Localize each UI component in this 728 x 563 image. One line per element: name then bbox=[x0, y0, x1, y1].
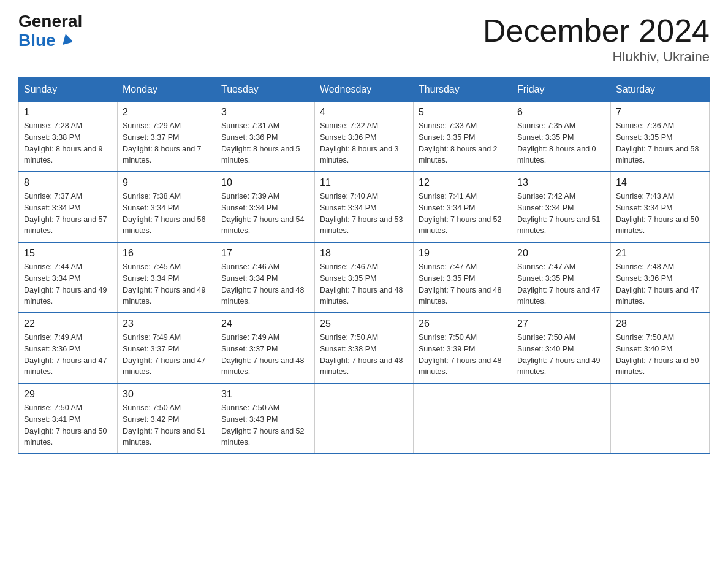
calendar-day-cell bbox=[512, 383, 611, 454]
calendar-week-row: 1 Sunrise: 7:28 AM Sunset: 3:38 PM Dayli… bbox=[19, 102, 710, 172]
day-info: Sunrise: 7:50 AM Sunset: 3:40 PM Dayligh… bbox=[616, 332, 704, 378]
sunrise-text: Sunrise: 7:32 AM bbox=[320, 121, 378, 130]
weekday-header-friday: Friday bbox=[512, 78, 611, 102]
sunset-text: Sunset: 3:35 PM bbox=[419, 133, 475, 142]
svg-marker-0 bbox=[61, 34, 72, 45]
calendar-day-cell: 22 Sunrise: 7:49 AM Sunset: 3:36 PM Dayl… bbox=[19, 313, 118, 383]
sunrise-text: Sunrise: 7:45 AM bbox=[123, 262, 181, 271]
daylight-text: Daylight: 7 hours and 49 minutes. bbox=[24, 286, 107, 306]
logo-triangle-icon bbox=[61, 34, 72, 46]
sunset-text: Sunset: 3:34 PM bbox=[221, 274, 278, 283]
daylight-text: Daylight: 7 hours and 56 minutes. bbox=[123, 215, 206, 236]
weekday-header-saturday: Saturday bbox=[611, 78, 710, 102]
day-number: 6 bbox=[517, 107, 605, 118]
sunrise-text: Sunrise: 7:50 AM bbox=[24, 404, 82, 412]
sunset-text: Sunset: 3:37 PM bbox=[123, 133, 179, 142]
day-number: 7 bbox=[616, 107, 704, 118]
day-number: 27 bbox=[517, 318, 605, 329]
sunset-text: Sunset: 3:34 PM bbox=[221, 204, 278, 212]
day-info: Sunrise: 7:33 AM Sunset: 3:35 PM Dayligh… bbox=[419, 120, 507, 166]
day-number: 14 bbox=[616, 177, 704, 188]
sunset-text: Sunset: 3:41 PM bbox=[24, 415, 80, 424]
day-number: 2 bbox=[123, 107, 211, 118]
weekday-header-wednesday: Wednesday bbox=[315, 78, 414, 102]
sunrise-text: Sunrise: 7:46 AM bbox=[221, 262, 279, 271]
daylight-text: Daylight: 7 hours and 47 minutes. bbox=[123, 356, 206, 377]
daylight-text: Daylight: 7 hours and 53 minutes. bbox=[320, 215, 403, 236]
day-number: 30 bbox=[123, 389, 211, 400]
month-year-title: December 2024 bbox=[483, 12, 710, 49]
calendar-day-cell: 18 Sunrise: 7:46 AM Sunset: 3:35 PM Dayl… bbox=[315, 242, 414, 313]
daylight-text: Daylight: 7 hours and 50 minutes. bbox=[616, 356, 699, 377]
day-info: Sunrise: 7:37 AM Sunset: 3:34 PM Dayligh… bbox=[24, 191, 112, 237]
sunrise-text: Sunrise: 7:29 AM bbox=[123, 121, 181, 130]
sunrise-text: Sunrise: 7:50 AM bbox=[123, 404, 181, 412]
calendar-day-cell: 20 Sunrise: 7:47 AM Sunset: 3:35 PM Dayl… bbox=[512, 242, 611, 313]
calendar-day-cell: 21 Sunrise: 7:48 AM Sunset: 3:36 PM Dayl… bbox=[611, 242, 710, 313]
sunrise-text: Sunrise: 7:43 AM bbox=[616, 192, 674, 201]
daylight-text: Daylight: 8 hours and 3 minutes. bbox=[320, 145, 399, 165]
sunset-text: Sunset: 3:34 PM bbox=[24, 274, 80, 283]
calendar-day-cell: 13 Sunrise: 7:42 AM Sunset: 3:34 PM Dayl… bbox=[512, 172, 611, 242]
day-info: Sunrise: 7:28 AM Sunset: 3:38 PM Dayligh… bbox=[24, 120, 112, 166]
sunrise-text: Sunrise: 7:41 AM bbox=[419, 192, 477, 201]
day-info: Sunrise: 7:50 AM Sunset: 3:40 PM Dayligh… bbox=[517, 332, 605, 378]
daylight-text: Daylight: 7 hours and 57 minutes. bbox=[24, 215, 107, 236]
location-subtitle: Hlukhiv, Ukraine bbox=[483, 49, 710, 65]
daylight-text: Daylight: 7 hours and 54 minutes. bbox=[221, 215, 305, 236]
daylight-text: Daylight: 7 hours and 48 minutes. bbox=[320, 286, 403, 306]
calendar-day-cell: 1 Sunrise: 7:28 AM Sunset: 3:38 PM Dayli… bbox=[19, 102, 118, 172]
day-number: 19 bbox=[419, 248, 507, 259]
calendar-day-cell: 23 Sunrise: 7:49 AM Sunset: 3:37 PM Dayl… bbox=[118, 313, 216, 383]
daylight-text: Daylight: 7 hours and 49 minutes. bbox=[123, 286, 206, 306]
calendar-day-cell: 28 Sunrise: 7:50 AM Sunset: 3:40 PM Dayl… bbox=[611, 313, 710, 383]
daylight-text: Daylight: 7 hours and 50 minutes. bbox=[24, 427, 107, 447]
daylight-text: Daylight: 7 hours and 48 minutes. bbox=[320, 356, 403, 377]
sunset-text: Sunset: 3:35 PM bbox=[517, 133, 574, 142]
calendar-body: 1 Sunrise: 7:28 AM Sunset: 3:38 PM Dayli… bbox=[19, 102, 710, 454]
day-number: 18 bbox=[320, 248, 408, 259]
day-info: Sunrise: 7:50 AM Sunset: 3:38 PM Dayligh… bbox=[320, 332, 408, 378]
sunrise-text: Sunrise: 7:50 AM bbox=[517, 333, 575, 342]
day-info: Sunrise: 7:40 AM Sunset: 3:34 PM Dayligh… bbox=[320, 191, 408, 237]
weekday-header-tuesday: Tuesday bbox=[216, 78, 315, 102]
day-info: Sunrise: 7:41 AM Sunset: 3:34 PM Dayligh… bbox=[419, 191, 507, 237]
sunset-text: Sunset: 3:36 PM bbox=[221, 133, 278, 142]
sunset-text: Sunset: 3:34 PM bbox=[123, 204, 179, 212]
calendar-day-cell: 6 Sunrise: 7:35 AM Sunset: 3:35 PM Dayli… bbox=[512, 102, 611, 172]
calendar-week-row: 29 Sunrise: 7:50 AM Sunset: 3:41 PM Dayl… bbox=[19, 383, 710, 454]
day-number: 21 bbox=[616, 248, 704, 259]
daylight-text: Daylight: 7 hours and 51 minutes. bbox=[123, 427, 206, 447]
calendar-week-row: 8 Sunrise: 7:37 AM Sunset: 3:34 PM Dayli… bbox=[19, 172, 710, 242]
sunset-text: Sunset: 3:36 PM bbox=[616, 274, 672, 283]
sunrise-text: Sunrise: 7:49 AM bbox=[221, 333, 279, 342]
calendar-day-cell: 8 Sunrise: 7:37 AM Sunset: 3:34 PM Dayli… bbox=[19, 172, 118, 242]
sunset-text: Sunset: 3:35 PM bbox=[419, 274, 475, 283]
day-number: 11 bbox=[320, 177, 408, 188]
day-number: 5 bbox=[419, 107, 507, 118]
day-info: Sunrise: 7:32 AM Sunset: 3:36 PM Dayligh… bbox=[320, 120, 408, 166]
day-info: Sunrise: 7:31 AM Sunset: 3:36 PM Dayligh… bbox=[221, 120, 309, 166]
weekday-header-row: SundayMondayTuesdayWednesdayThursdayFrid… bbox=[19, 78, 710, 102]
day-number: 28 bbox=[616, 318, 704, 329]
sunset-text: Sunset: 3:36 PM bbox=[24, 345, 80, 353]
calendar-day-cell bbox=[611, 383, 710, 454]
sunset-text: Sunset: 3:40 PM bbox=[517, 345, 574, 353]
day-info: Sunrise: 7:44 AM Sunset: 3:34 PM Dayligh… bbox=[24, 261, 112, 307]
day-number: 17 bbox=[221, 248, 309, 259]
daylight-text: Daylight: 8 hours and 5 minutes. bbox=[221, 145, 300, 165]
sunrise-text: Sunrise: 7:33 AM bbox=[419, 121, 477, 130]
sunset-text: Sunset: 3:42 PM bbox=[123, 415, 179, 424]
day-number: 26 bbox=[419, 318, 507, 329]
sunrise-text: Sunrise: 7:39 AM bbox=[221, 192, 279, 201]
sunrise-text: Sunrise: 7:48 AM bbox=[616, 262, 674, 271]
daylight-text: Daylight: 7 hours and 51 minutes. bbox=[517, 215, 601, 236]
sunrise-text: Sunrise: 7:35 AM bbox=[517, 121, 575, 130]
sunset-text: Sunset: 3:40 PM bbox=[616, 345, 672, 353]
day-info: Sunrise: 7:50 AM Sunset: 3:41 PM Dayligh… bbox=[24, 402, 112, 448]
sunset-text: Sunset: 3:35 PM bbox=[616, 133, 672, 142]
calendar-day-cell bbox=[315, 383, 414, 454]
sunset-text: Sunset: 3:43 PM bbox=[221, 415, 278, 424]
day-number: 13 bbox=[517, 177, 605, 188]
weekday-header-sunday: Sunday bbox=[19, 78, 118, 102]
